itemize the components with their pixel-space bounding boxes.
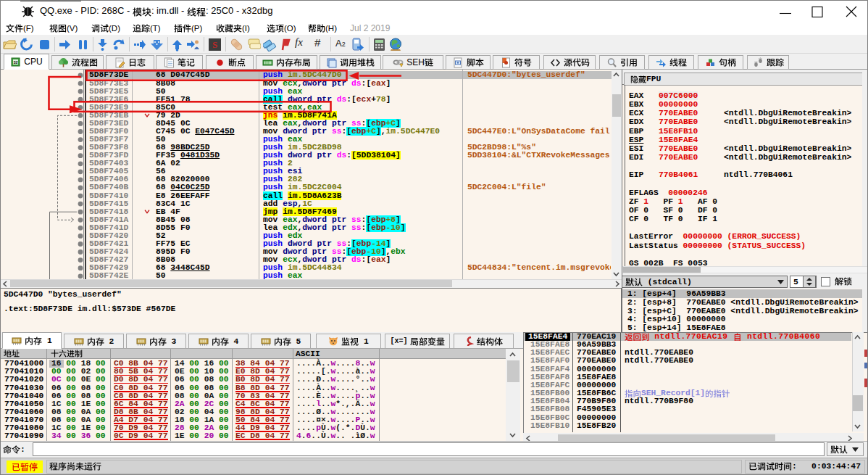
svg-text:32: 32 — [14, 59, 18, 64]
